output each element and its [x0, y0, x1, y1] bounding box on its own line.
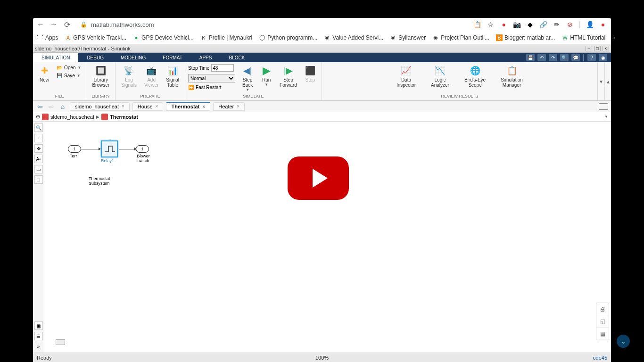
help-icon[interactable]: ? — [587, 54, 596, 61]
area-tool[interactable]: ▭ — [34, 165, 43, 173]
minimize-button[interactable]: – — [586, 46, 592, 51]
nav-forward[interactable]: ⇨ — [47, 102, 56, 111]
clipboard-icon[interactable]: 📋 — [473, 20, 482, 29]
search-icon[interactable]: 🔍 — [560, 54, 569, 61]
run-button[interactable]: ▶ Run▼ — [258, 64, 275, 88]
close-button[interactable]: × — [603, 46, 609, 51]
star-icon[interactable]: ☆ — [487, 20, 495, 29]
close-icon[interactable]: × — [122, 104, 124, 109]
save-button[interactable]: 💾Save▼ — [55, 72, 83, 79]
close-icon[interactable]: × — [156, 104, 158, 109]
forward-button[interactable]: → — [50, 21, 58, 28]
keyboard-icon[interactable] — [599, 103, 608, 110]
sim-mode-select[interactable]: Normal — [188, 74, 235, 82]
redo-icon[interactable]: ↷ — [549, 54, 557, 61]
relay-block[interactable]: ⋯ — [101, 140, 118, 157]
nav-up[interactable]: ⌂ — [58, 102, 67, 111]
youtube-play-button[interactable] — [288, 156, 349, 200]
input-port-block[interactable]: 1 — [68, 145, 81, 153]
more-tool[interactable]: » — [34, 342, 43, 351]
tab-modeling[interactable]: MODELING — [112, 53, 154, 62]
image-tool[interactable]: □ — [34, 175, 43, 184]
back-button[interactable]: ← — [37, 21, 44, 28]
status-ready: Ready — [37, 355, 52, 361]
bookmark-python[interactable]: ◯Python-programm... — [259, 34, 317, 41]
maximize-button[interactable]: □ — [594, 46, 601, 51]
pan-tool[interactable]: ✥ — [34, 144, 43, 153]
signal-table-button[interactable]: 📊 Signal Table — [163, 64, 182, 89]
toolstrip-collapse[interactable]: ▴ — [604, 62, 611, 100]
tab-block[interactable]: BLOCK — [220, 53, 253, 62]
tab-apps[interactable]: APPS — [191, 53, 221, 62]
ext1-icon[interactable]: ◆ — [526, 20, 535, 29]
reload-button[interactable]: ⟳ — [63, 21, 71, 28]
floating-action-button[interactable]: ⌄ — [617, 335, 630, 348]
log-signals-button[interactable]: 📡 Log Signals — [118, 64, 140, 89]
bookmark-value-added[interactable]: ◉Value Added Servi... — [324, 34, 383, 41]
bc-expand-icon[interactable]: ⊛ — [36, 114, 40, 120]
birds-eye-button[interactable]: 🌐 Bird's-Eye Scope — [462, 64, 488, 89]
progress-indicator — [56, 339, 65, 345]
tab-simulation[interactable]: SIMULATION — [33, 53, 78, 62]
step-back-button[interactable]: ◀| Step Back▼ — [239, 64, 256, 93]
add-viewer-button[interactable]: 📺 Add Viewer — [141, 64, 161, 89]
bookmark-apps[interactable]: ⋮⋮Apps — [37, 34, 58, 41]
fast-restart-toggle[interactable]: ⏩Fast Restart — [188, 85, 235, 90]
abp-icon[interactable]: ● — [500, 20, 508, 29]
print-icon[interactable]: 🖨 — [596, 303, 609, 315]
ext2-icon[interactable]: 🔗 — [539, 20, 548, 29]
bookmark-html-tutorial[interactable]: WHTML Tutorial — [561, 34, 605, 41]
ext4-icon[interactable]: ⊘ — [566, 20, 574, 29]
screenshot-icon[interactable]: ◱ — [596, 315, 609, 328]
close-icon[interactable]: × — [237, 104, 239, 109]
bookmark-gps-device[interactable]: ●GPS Device Vehicl... — [133, 34, 194, 41]
bookmark-gps-vehicle[interactable]: AGPS Vehicle Tracki... — [65, 34, 126, 41]
bookmark-syllanswer[interactable]: ◉Syllanswer — [390, 34, 426, 41]
fullscreen-icon[interactable]: ◉ — [599, 54, 607, 61]
status-zoom[interactable]: 100% — [315, 355, 329, 361]
undo-icon[interactable]: ↶ — [537, 54, 546, 61]
new-button[interactable]: ✚ New — [36, 64, 53, 83]
library-browser-button[interactable]: 🔲 Library Browser — [89, 64, 112, 89]
save-icon[interactable]: 💾 — [526, 54, 535, 61]
breadcrumb-root[interactable]: sldemo_househeat — [50, 114, 94, 120]
toolstrip-expand[interactable]: ▾ — [598, 62, 604, 100]
camera-icon[interactable]: 📷 — [513, 20, 521, 29]
breadcrumb-current[interactable]: Thermostat — [110, 114, 138, 120]
browser-actions: 📋 ☆ ● 📷 ◆ 🔗 ✏ ⊘ | 👤 ● — [473, 20, 607, 29]
stop-time-input[interactable] — [211, 64, 234, 72]
overview-icon[interactable]: ▦ — [596, 328, 609, 340]
ext5-icon[interactable]: ● — [599, 20, 607, 29]
list-tool[interactable]: ☰ — [34, 332, 43, 340]
open-button[interactable]: 📂Open▼ — [55, 64, 83, 71]
bookmark-mynaukri[interactable]: KProfile | Mynaukri — [200, 34, 252, 41]
zoom-tool[interactable]: 🔍 — [34, 123, 43, 132]
sim-manager-button[interactable]: 📋 Simulation Manager — [498, 64, 526, 89]
profile-icon[interactable]: 👤 — [586, 20, 594, 29]
bookmarks-overflow[interactable]: » — [612, 34, 615, 41]
bookmark-project-plan[interactable]: ◉Project Plan Outli... — [432, 34, 489, 41]
fit-tool[interactable]: ▫ — [34, 134, 43, 142]
annotate-tool[interactable]: A▫ — [34, 155, 43, 163]
breadcrumb-dropdown[interactable]: ▼ — [604, 115, 608, 119]
logic-analyzer-button[interactable]: 📉 Logic Analyzer — [428, 64, 452, 89]
close-icon[interactable]: × — [202, 104, 205, 109]
nav-tab-sldemo[interactable]: sldemo_househeat× — [70, 102, 130, 111]
tab-debug[interactable]: DEBUG — [78, 53, 112, 62]
output-port-block[interactable]: 1 — [136, 145, 149, 153]
nav-tab-house[interactable]: House× — [132, 102, 164, 111]
bookmark-blogger[interactable]: BBlogger: matlab ar... — [496, 34, 555, 41]
nav-tab-thermostat[interactable]: Thermostat× — [166, 102, 210, 111]
input-port-label: Terr — [70, 154, 77, 158]
nav-tab-heater[interactable]: Heater× — [213, 102, 245, 111]
step-forward-button[interactable]: |▶ Step Forward — [277, 64, 300, 89]
status-solver[interactable]: ode45 — [593, 355, 607, 361]
tab-format[interactable]: FORMAT — [154, 53, 190, 62]
nav-back[interactable]: ⇦ — [36, 102, 44, 111]
stop-button[interactable]: ⬛ Stop — [302, 64, 319, 83]
url-bar[interactable]: 🔒 matlab.mathworks.com — [76, 21, 468, 28]
comment-icon[interactable]: 💬 — [571, 54, 580, 61]
ext3-icon[interactable]: ✏ — [553, 20, 561, 29]
data-inspector-button[interactable]: 📈 Data Inspector — [394, 64, 419, 89]
record-tool[interactable]: ▣ — [34, 321, 43, 330]
